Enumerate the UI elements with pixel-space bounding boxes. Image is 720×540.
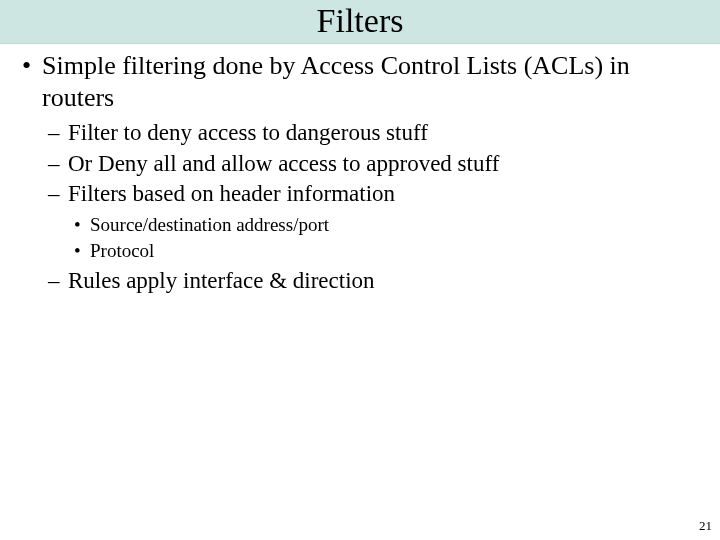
list-item: Rules apply interface & direction bbox=[42, 267, 706, 296]
bullet-text: Source/destination address/port bbox=[90, 214, 329, 235]
bullet-text: Filter to deny access to dangerous stuff bbox=[68, 120, 428, 145]
list-item: Or Deny all and allow access to approved… bbox=[42, 150, 706, 179]
bullet-text: Rules apply interface & direction bbox=[68, 268, 375, 293]
page-number: 21 bbox=[699, 518, 712, 534]
bullet-text: Filters based on header information bbox=[68, 181, 395, 206]
list-item: Source/destination address/port bbox=[68, 213, 706, 237]
bullet-text: Or Deny all and allow access to approved… bbox=[68, 151, 499, 176]
bullet-list-level2: Filter to deny access to dangerous stuff… bbox=[42, 119, 706, 296]
bullet-text: Simple filtering done by Access Control … bbox=[42, 51, 630, 111]
bullet-text: Protocol bbox=[90, 240, 154, 261]
list-item: Filter to deny access to dangerous stuff bbox=[42, 119, 706, 148]
list-item: Protocol bbox=[68, 239, 706, 263]
slide-title: Filters bbox=[0, 2, 720, 39]
list-item: Simple filtering done by Access Control … bbox=[14, 50, 706, 295]
title-band: Filters bbox=[0, 0, 720, 44]
bullet-list-level1: Simple filtering done by Access Control … bbox=[14, 50, 706, 295]
bullet-list-level3: Source/destination address/port Protocol bbox=[68, 213, 706, 263]
slide-content: Simple filtering done by Access Control … bbox=[0, 44, 720, 295]
list-item: Filters based on header information Sour… bbox=[42, 180, 706, 262]
